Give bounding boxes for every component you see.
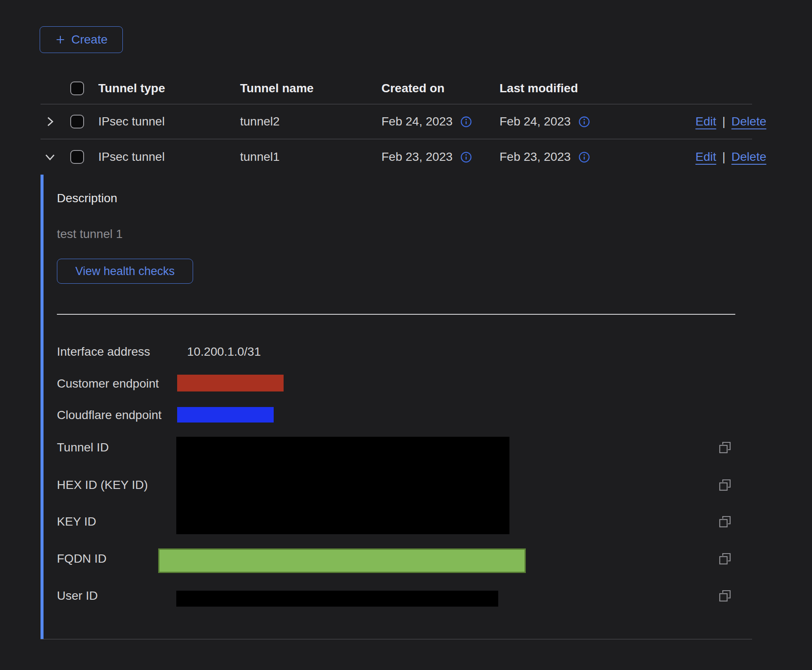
row-actions: Edit | Delete xyxy=(696,115,766,128)
chevron-down-icon[interactable] xyxy=(44,151,56,163)
create-button-label: Create xyxy=(71,33,107,47)
cloudflare-endpoint-redacted-value xyxy=(177,407,274,423)
description-value: test tunnel 1 xyxy=(57,227,123,241)
key-id-label: KEY ID xyxy=(57,514,96,529)
select-all-checkbox[interactable] xyxy=(70,81,84,95)
info-icon[interactable] xyxy=(578,151,590,163)
details-divider xyxy=(57,314,735,315)
link-separator: | xyxy=(722,115,725,128)
row-actions: Edit | Delete xyxy=(696,150,766,164)
copy-icon xyxy=(718,478,732,492)
expanded-row-accent-bar xyxy=(41,175,44,639)
tunnel-type-cell: IPsec tunnel xyxy=(98,150,165,164)
copy-icon xyxy=(718,441,732,454)
copy-icon xyxy=(718,552,732,566)
copy-tunnel-id-button[interactable] xyxy=(715,438,734,457)
ids-redacted-values xyxy=(176,437,509,534)
fqdn-id-redacted-value xyxy=(158,548,526,573)
header-tunnel-type: Tunnel type xyxy=(98,81,165,95)
header-tunnel-name: Tunnel name xyxy=(240,81,314,95)
copy-key-id-button[interactable] xyxy=(715,512,734,531)
header-created-on: Created on xyxy=(381,81,444,95)
plus-icon xyxy=(55,34,66,45)
header-last-modified: Last modified xyxy=(500,81,578,95)
last-modified-cell: Feb 24, 2023 xyxy=(500,115,590,128)
info-icon[interactable] xyxy=(578,116,590,128)
tunnel-type-cell: IPsec tunnel xyxy=(98,115,165,128)
user-id-label: User ID xyxy=(57,589,98,603)
last-modified-date: Feb 24, 2023 xyxy=(500,115,571,128)
created-on-date: Feb 23, 2023 xyxy=(381,150,453,164)
copy-user-id-button[interactable] xyxy=(715,586,734,605)
delete-link[interactable]: Delete xyxy=(731,115,766,128)
description-label: Description xyxy=(57,191,117,205)
cloudflare-endpoint-label: Cloudflare endpoint xyxy=(57,408,162,423)
tunnel-id-label: Tunnel ID xyxy=(57,440,109,455)
copy-hex-id-button[interactable] xyxy=(715,476,734,495)
edit-link[interactable]: Edit xyxy=(696,115,716,128)
table-header: Tunnel type Tunnel name Created on Last … xyxy=(41,72,752,104)
panel-bottom-divider xyxy=(41,639,752,639)
info-icon[interactable] xyxy=(460,116,472,128)
created-on-cell: Feb 24, 2023 xyxy=(381,115,472,128)
chevron-right-icon[interactable] xyxy=(44,116,56,128)
delete-link[interactable]: Delete xyxy=(731,150,766,164)
hex-id-label: HEX ID (KEY ID) xyxy=(57,478,148,492)
copy-icon xyxy=(718,589,732,603)
table-row-tunnel2: IPsec tunnel tunnel2 Feb 24, 2023 Feb 24… xyxy=(41,104,752,139)
link-separator: | xyxy=(722,150,725,164)
created-on-cell: Feb 23, 2023 xyxy=(381,150,472,164)
user-id-redacted-value xyxy=(176,591,498,607)
fqdn-id-label: FQDN ID xyxy=(57,551,106,566)
create-button[interactable]: Create xyxy=(40,26,123,53)
edit-link[interactable]: Edit xyxy=(696,150,716,164)
last-modified-cell: Feb 23, 2023 xyxy=(500,150,590,164)
info-icon[interactable] xyxy=(460,151,472,163)
table-row-tunnel1: IPsec tunnel tunnel1 Feb 23, 2023 Feb 23… xyxy=(41,139,752,175)
interface-address-label: Interface address xyxy=(57,344,150,359)
row-checkbox[interactable] xyxy=(70,115,84,128)
tunnel-name-cell: tunnel1 xyxy=(240,150,280,164)
last-modified-date: Feb 23, 2023 xyxy=(500,150,571,164)
created-on-date: Feb 24, 2023 xyxy=(381,115,453,128)
tunnel-name-cell: tunnel2 xyxy=(240,115,280,128)
copy-icon xyxy=(718,515,732,529)
row-checkbox[interactable] xyxy=(70,150,84,164)
customer-endpoint-label: Customer endpoint xyxy=(57,376,159,391)
view-health-checks-button[interactable]: View health checks xyxy=(57,259,193,284)
copy-fqdn-id-button[interactable] xyxy=(715,549,734,568)
ipsec-tunnels-page: Create Tunnel type Tunnel name Created o… xyxy=(0,0,812,670)
customer-endpoint-redacted-value xyxy=(177,375,284,391)
interface-address-value: 10.200.1.0/31 xyxy=(187,344,261,359)
